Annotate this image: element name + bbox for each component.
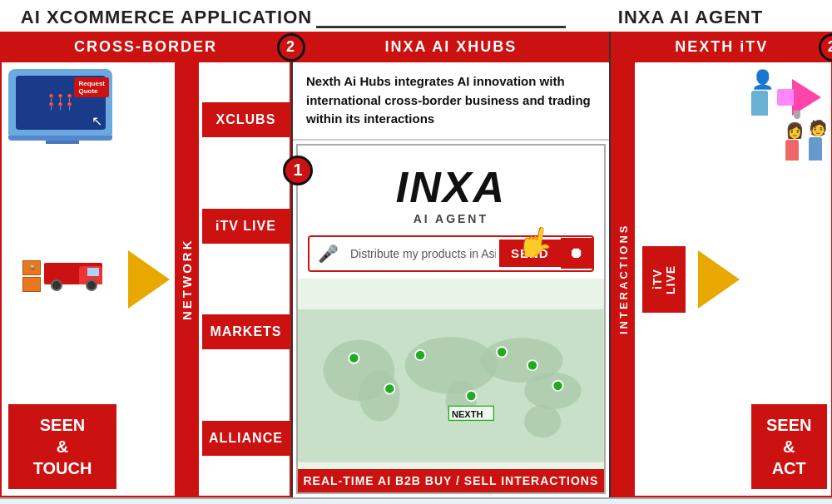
- left-illustration-area: 📍📍📍📍📍📍 RequestQuote ↖: [2, 62, 123, 496]
- mic-icon[interactable]: 🎤: [310, 237, 347, 270]
- alliance-menu-item[interactable]: ALLIANCE: [202, 421, 290, 456]
- device-illustration: 📍📍📍📍📍📍 RequestQuote ↖: [8, 69, 116, 144]
- map-area: NEXTH REAL-TIME AI B2B BUY / SELL INTERA…: [298, 279, 604, 493]
- arrow-icon: [128, 250, 170, 309]
- nexth-itv-header: NEXTH iTV 2: [611, 32, 832, 62]
- center-main-box: 1 INXA AI AGENT 🎤 SEND ⏺ 👆: [296, 144, 606, 495]
- left-section-content: 📍📍📍📍📍📍 RequestQuote ↖: [0, 62, 291, 497]
- right-section-content: INTERACTIONS iTV LIVE: [611, 62, 832, 497]
- inxa-xhubs-header: INXA AI XHUBS: [293, 32, 609, 62]
- truck-area: 📦: [22, 260, 102, 292]
- svg-point-6: [524, 372, 582, 408]
- chat-input[interactable]: [347, 240, 499, 267]
- cross-border-badge: 2: [277, 33, 305, 62]
- itv-live-menu-item[interactable]: iTV LIVE: [202, 209, 290, 244]
- xclubs-menu-item[interactable]: XCLUBS: [202, 102, 290, 137]
- svg-point-8: [349, 353, 359, 363]
- center-description-area: Nexth Ai Hubs integrates AI innovation w…: [293, 62, 609, 141]
- hand-cursor-icon: 👆: [513, 221, 557, 262]
- inxa-logo-text: INXA: [396, 162, 506, 212]
- left-menu-items: XCLUBS iTV LIVE MARKETS ALLIANCE: [199, 62, 296, 496]
- right-column: NEXTH iTV 2 INTERACTIONS iTV LIVE: [611, 32, 832, 497]
- right-arrow-icon: [698, 250, 740, 309]
- bottom-section: Integrates international business and Cr…: [0, 497, 832, 504]
- world-map-svg: NEXTH: [298, 279, 604, 493]
- network-bar: NETWORK: [175, 62, 199, 496]
- right-itv-live-btn[interactable]: iTV LIVE: [642, 246, 686, 313]
- svg-point-10: [497, 347, 507, 357]
- svg-point-2: [359, 370, 400, 421]
- inxa-logo-area: INXA AI AGENT: [396, 146, 506, 229]
- cross-border-header: CROSS-BORDER 2: [0, 32, 291, 62]
- left-column: CROSS-BORDER 2 📍📍📍📍📍📍: [0, 32, 291, 497]
- request-quote-btn[interactable]: RequestQuote: [74, 77, 109, 97]
- map-label: REAL-TIME AI B2B BUY / SELL INTERACTIONS: [298, 469, 604, 492]
- svg-point-14: [552, 380, 562, 390]
- record-button[interactable]: ⏺: [561, 238, 592, 269]
- seen-touch-box: SEEN & TOUCH: [8, 404, 116, 489]
- center-badge: 1: [283, 156, 313, 185]
- seen-act-box: SEEN & ACT: [751, 404, 827, 489]
- nexth-itv-badge: 2: [819, 33, 832, 62]
- svg-point-11: [527, 360, 537, 370]
- svg-text:NEXTH: NEXTH: [452, 408, 483, 418]
- left-arrow-area: [123, 62, 175, 496]
- svg-point-7: [524, 405, 561, 437]
- svg-point-9: [415, 349, 425, 359]
- interactions-bar: INTERACTIONS: [612, 62, 635, 496]
- right-arrow-area: [693, 62, 745, 496]
- app-title-right: INXA AI AGENT: [566, 7, 815, 28]
- megaphone-illustration: 👤: [751, 69, 827, 161]
- svg-point-12: [466, 390, 476, 400]
- ai-agent-label: AI AGENT: [396, 212, 506, 225]
- app-title-left: AI XCOMMERCE APPLICATION: [17, 7, 316, 28]
- markets-menu-item[interactable]: MARKETS: [202, 314, 290, 349]
- right-illustration-area: 👤: [745, 62, 832, 496]
- center-column: INXA AI XHUBS Nexth Ai Hubs integrates A…: [291, 32, 611, 497]
- cursor-icon: ↖: [92, 113, 102, 129]
- center-description: Nexth Ai Hubs integrates AI innovation w…: [306, 72, 596, 129]
- svg-point-13: [384, 383, 394, 393]
